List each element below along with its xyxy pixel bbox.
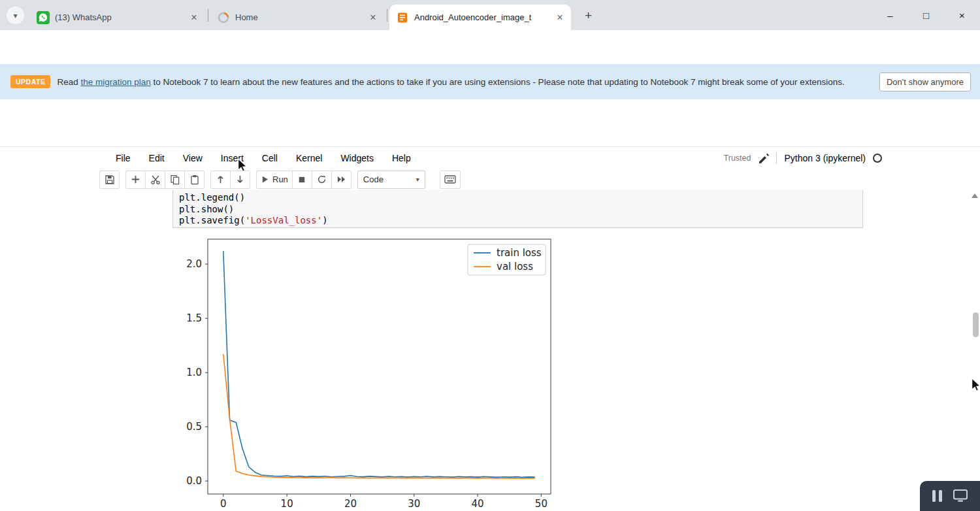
svg-text:2.0: 2.0 xyxy=(186,258,202,270)
cut-cell-button[interactable] xyxy=(145,171,165,189)
pause-recording-button[interactable] xyxy=(932,490,942,502)
move-cell-up-button[interactable] xyxy=(210,171,231,189)
browser-address-bar: localhost:8890/notebooks/Android_Autoenc… xyxy=(0,30,980,64)
tab-title: Android_Autoencoder_image_t xyxy=(414,12,549,22)
menu-help[interactable]: Help xyxy=(383,148,420,168)
trusted-status: Trusted xyxy=(724,154,751,163)
cell-type-select[interactable]: Code ▾ xyxy=(357,171,425,189)
tab-divider xyxy=(208,9,208,22)
maximize-button[interactable]: □ xyxy=(908,0,944,30)
screen-recorder-overlay xyxy=(920,481,980,511)
svg-text:train loss: train loss xyxy=(497,247,542,259)
tab-notebook-active[interactable]: Android_Autoencoder_image_t × xyxy=(389,5,571,30)
kernel-name[interactable]: Python 3 (ipykernel) xyxy=(784,153,866,163)
kernel-indicator-area: Trusted Python 3 (ipykernel) xyxy=(724,147,882,169)
plus-icon: + xyxy=(585,8,592,23)
notification-text-pre: Read xyxy=(57,77,80,87)
dismiss-notification-button[interactable]: Don't show anymore xyxy=(879,73,971,91)
close-tab-icon[interactable]: × xyxy=(554,12,566,24)
shortcuts-group xyxy=(440,171,461,189)
command-palette-button[interactable] xyxy=(440,171,461,189)
move-cell-down-button[interactable] xyxy=(230,171,250,189)
close-icon: × xyxy=(959,10,965,21)
code-text: ) xyxy=(322,215,327,225)
menu-edit[interactable]: Edit xyxy=(140,148,174,168)
svg-text:10: 10 xyxy=(281,498,293,510)
fast-forward-icon xyxy=(336,174,346,184)
code-cell-input[interactable]: plt.legend() plt.show() plt.savefig('Los… xyxy=(172,190,863,228)
edit-group xyxy=(125,171,204,189)
tab-title: (13) WhatsApp xyxy=(55,12,183,22)
restart-kernel-button[interactable] xyxy=(312,171,332,189)
copy-icon xyxy=(170,174,180,185)
close-tab-icon[interactable]: × xyxy=(367,12,379,24)
menu-kernel[interactable]: Kernel xyxy=(287,148,331,168)
svg-text:50: 50 xyxy=(535,498,547,510)
tab-home[interactable]: Home × xyxy=(210,5,384,30)
minimize-button[interactable]: – xyxy=(872,0,908,30)
svg-text:val loss: val loss xyxy=(497,261,533,272)
display-icon[interactable] xyxy=(953,489,968,503)
notification-text: Read the migration plan to Notebook 7 to… xyxy=(57,77,844,87)
menu-file[interactable]: File xyxy=(106,148,140,168)
menu-cell[interactable]: Cell xyxy=(253,148,287,168)
scrollbar-track[interactable] xyxy=(971,191,979,510)
svg-text:0: 0 xyxy=(220,498,227,510)
close-window-button[interactable]: × xyxy=(944,0,980,30)
restart-run-all-button[interactable] xyxy=(331,171,351,189)
svg-text:0.0: 0.0 xyxy=(186,475,202,487)
run-group: Run xyxy=(256,171,351,189)
loss-chart-output: 0.00.51.01.52.001020304050train lossval … xyxy=(176,229,568,511)
code-line-3: plt.savefig('LossVal_loss') xyxy=(179,215,862,227)
clipboard-paste-icon xyxy=(189,174,200,185)
kernel-status-idle-icon xyxy=(873,154,882,163)
new-tab-button[interactable]: + xyxy=(580,7,596,24)
restart-icon xyxy=(317,174,327,184)
arrow-down-icon xyxy=(235,174,245,184)
code-text: plt.savefig( xyxy=(179,215,245,225)
cell-type-value: Code xyxy=(363,174,384,184)
move-group xyxy=(210,171,250,189)
close-tab-icon[interactable]: × xyxy=(188,12,200,24)
menu-view[interactable]: View xyxy=(174,148,212,168)
stop-icon xyxy=(297,175,306,184)
code-string: 'LossVal_loss' xyxy=(245,215,322,225)
paste-cell-button[interactable] xyxy=(184,171,204,189)
chevron-down-icon: ▾ xyxy=(416,176,419,183)
menu-widgets[interactable]: Widgets xyxy=(331,148,383,168)
jupyter-loading-icon xyxy=(217,11,230,24)
notebook-header: jupyter Android_Autoencoder_image_train … xyxy=(0,99,980,146)
play-icon xyxy=(261,175,269,184)
browser-window: ▾ (13) WhatsApp × Home × xyxy=(0,0,980,511)
code-text: plt.show() xyxy=(179,204,234,214)
svg-text:1.0: 1.0 xyxy=(186,367,202,378)
menu-items: File Edit View Insert Cell Kernel Widget… xyxy=(106,148,420,168)
copy-cell-button[interactable] xyxy=(165,171,185,189)
tab-search-button[interactable]: ▾ xyxy=(7,7,24,24)
notebook-menu-bar: File Edit View Insert Cell Kernel Widget… xyxy=(0,146,980,169)
notebook-body: plt.legend() plt.show() plt.savefig('Los… xyxy=(0,190,980,511)
scrollbar-thumb[interactable] xyxy=(973,312,979,337)
save-group xyxy=(99,171,120,189)
separator xyxy=(776,152,777,164)
save-button[interactable] xyxy=(99,171,120,189)
plus-icon xyxy=(131,174,140,184)
notification-text-post: to Notebook 7 to learn about the new fea… xyxy=(151,77,845,87)
window-controls: – □ × xyxy=(872,0,980,30)
tab-whatsapp[interactable]: (13) WhatsApp × xyxy=(30,5,205,30)
insert-cell-below-button[interactable] xyxy=(125,171,146,189)
scroll-up-arrow[interactable] xyxy=(972,193,978,198)
tab-divider xyxy=(387,9,387,22)
interrupt-kernel-button[interactable] xyxy=(292,171,312,189)
svg-text:0.5: 0.5 xyxy=(186,421,202,433)
migration-plan-link[interactable]: the migration plan xyxy=(80,77,150,87)
run-label: Run xyxy=(272,174,288,184)
keyboard-icon xyxy=(444,174,456,184)
svg-text:30: 30 xyxy=(408,498,420,510)
arrow-up-icon xyxy=(216,174,225,184)
notebook-toolbar: Run Code ▾ xyxy=(0,169,980,190)
jupyter-notebook-icon xyxy=(396,11,409,24)
run-button[interactable]: Run xyxy=(256,171,293,189)
menu-insert[interactable]: Insert xyxy=(212,148,253,168)
code-text: plt.legend() xyxy=(179,192,245,203)
